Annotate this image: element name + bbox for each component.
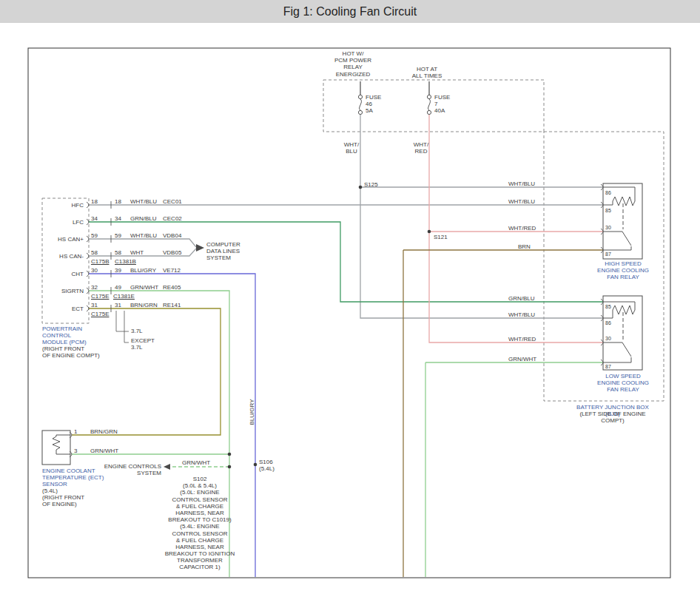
label-engine-controls-system: ENGINE CONTROLS SYSTEM [104,463,161,476]
label-3: 3 [74,448,77,454]
label-wht-blu: WHT/BLU [130,198,157,205]
label-grn-wht: GRN/WHT [90,448,118,454]
label-brn: BRN [518,243,531,250]
label-blu-gry: BLU/GRY [130,267,156,274]
label-32: 32 [91,284,98,291]
label-30: 30 [91,267,98,274]
label-vdb05: VDB05 [163,249,181,256]
label-right-front: (RIGHT FRONT OF ENGINE COMPT) [42,345,100,359]
wiring-diagram: HOT W/ PCM POWER RELAY ENERGIZEDHOT AT A… [0,0,700,594]
wire-high-relay-coil [613,197,635,206]
label-grn-wht: GRN/WHT [130,284,158,291]
wire-high-relay-87-stub [603,246,631,250]
label-cec01: CEC01 [163,198,182,205]
label-grn-wht: GRN/WHT [182,459,210,466]
pcm-box [42,198,89,323]
link-c175e[interactable]: C175E [91,293,109,300]
wire-ect-pin3-stub [56,450,70,454]
fuse46-terminal-bottom [358,110,362,114]
label-1: 1 [74,428,77,435]
label-86: 86 [605,190,611,196]
label-wht-red: WHT/RED [508,336,536,342]
fuse46-terminal-top [358,95,362,98]
label-pcm: POWERTRAIN CONTROL MODULE (PCM) [42,325,87,346]
label-cec02: CEC02 [163,215,182,222]
label-49: 49 [115,284,121,291]
label-59: 59 [91,232,98,239]
splice-s106 [254,463,258,467]
label-30: 30 [605,336,611,342]
wire-brn-grn-ect [72,308,221,435]
figure-title: Fig 1: Cooling Fan Circuit [283,5,417,18]
link-c1381e[interactable]: C1381E [113,293,135,300]
label-58: 58 [115,249,121,256]
wire-ect-resistor [53,436,60,450]
wire-high-relay-coil-bottom [603,201,613,205]
label-brn-grn: BRN/GRN [130,302,158,308]
label-ect-sensor: ENGINE COOLANT TEMPERATURE (ECT) SENSOR [42,468,104,488]
label-wht: WHT [130,249,144,256]
label-grn-wht: GRN/WHT [508,356,536,362]
label-high-speed-fan-relay: HIGH SPEED ENGINE COOLING FAN RELAY [597,260,649,281]
fuse7-element [428,99,431,110]
label-fuse-7: FUSE 7 40A [434,94,450,115]
pin-connector-arc [87,306,89,311]
link-c175e[interactable]: C175E [91,311,109,317]
link-c175b[interactable]: C175B [91,258,109,265]
fuse-box [323,80,544,132]
label-87: 87 [605,252,611,257]
label-left-side-of-engine-compt: (LEFT SIDE OF ENGINE COMPT) [569,411,656,424]
label-wht: WHT/ RED [414,141,428,155]
label-computer-data-lines-system: COMPUTER DATA LINES SYSTEM [206,241,240,262]
label-sigrtn: SIGRTN [61,288,84,294]
label-34: 34 [115,215,121,222]
label-except: EXCEPT 3.7L [131,337,155,351]
label-31: 31 [115,302,121,308]
label-s106: S106 (5.4L) [259,459,275,472]
wire-low-relay-coil [613,306,635,314]
label-30: 30 [605,225,611,231]
wire-low-relay-coil-bottom [603,310,613,318]
label-85: 85 [605,304,611,310]
label-5-4l: (5.4L) (RIGHT FRONT OF ENGINE) [42,487,84,508]
wire-wht-blu-s125-to-low-relay-86 [360,187,603,318]
label-86: 86 [605,320,611,326]
wire-low-relay-blade [622,342,631,357]
junction-grn-wht [228,453,232,456]
wire-low-relay-87-stub [603,357,631,362]
fuse7-terminal-bottom [427,110,431,114]
figure-title-bar: Fig 1: Cooling Fan Circuit [0,0,700,23]
label-grn-blu: GRN/BLU [130,215,157,222]
engine-controls-arrow [164,464,170,470]
label-wht-blu: WHT/BLU [130,232,157,239]
label-59: 59 [115,232,121,239]
label-34: 34 [91,215,98,222]
fuse46-element [360,99,362,110]
label-39: 39 [115,267,121,274]
wire-wht-blu-hs-can-plus [89,239,196,247]
label-58: 58 [91,249,98,256]
label-18: 18 [115,198,121,205]
label-wht: WHT/ BLU [344,141,359,155]
fuse7-terminal-top [427,95,431,98]
label-18: 18 [91,198,98,205]
wire-wht-red-s121-to-low-relay-30 [429,232,603,342]
label-hfc: HFC [72,202,84,209]
label-s125: S125 [364,181,378,188]
label-wht-blu: WHT/BLU [508,198,535,205]
wire-note-except-3-7l-line [124,311,129,342]
label-hs-can+: HS CAN+ [58,236,84,243]
label-brn-grn: BRN/GRN [90,428,118,435]
label-re405: RE405 [163,284,181,291]
label-s121: S121 [434,234,448,240]
label-ve712: VE712 [163,267,181,274]
label-s102: S102 (5.0L & 5.4L) (5.0L: ENGINE CONTROL… [165,476,235,571]
link-c1381b[interactable]: C1381B [115,258,136,265]
label-hot-w: HOT W/ PCM POWER RELAY ENERGIZED [334,50,371,78]
wire-ect-pin1-stub [56,435,70,436]
label-vdb04: VDB04 [163,232,181,239]
label-wht-blu: WHT/BLU [508,180,535,187]
label-hot-at: HOT AT ALL TIMES [412,66,442,79]
splice-s125 [359,186,363,189]
label-blu-gry-vertical: BLU/GRY [249,399,255,425]
